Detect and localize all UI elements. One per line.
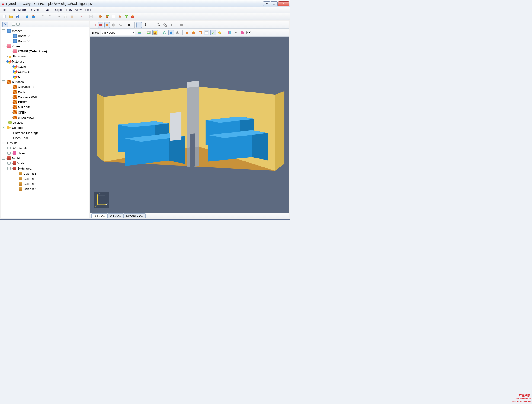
tree-results[interactable]: Results (7, 141, 17, 145)
tree-cab4[interactable]: Cabinet 4 (23, 187, 36, 191)
tree-statistics[interactable]: Statistics (17, 146, 29, 150)
tab-record-view[interactable]: Record View (123, 213, 145, 218)
tree-expand-icon[interactable]: − (2, 60, 5, 63)
maximize-button[interactable]: ▢ (271, 1, 278, 6)
tree-expand-icon[interactable]: − (2, 45, 5, 47)
tree-cab3[interactable]: Cabinet 3 (23, 182, 36, 186)
show-obst2-icon[interactable] (191, 30, 196, 35)
select-icon[interactable] (127, 22, 132, 28)
materials-icon[interactable] (111, 14, 116, 19)
import-icon[interactable] (24, 14, 30, 19)
focus-icon[interactable] (169, 22, 174, 28)
tree-model[interactable]: Model (12, 157, 20, 160)
tree-surfaces[interactable]: Surfaces (12, 80, 24, 84)
tree-expand-icon[interactable]: − (2, 142, 5, 144)
walk-icon[interactable] (143, 22, 149, 28)
tree-walls[interactable]: Walls (17, 162, 25, 165)
show-ar-icon[interactable]: AR (246, 30, 251, 35)
menu-edit[interactable]: Edit (10, 8, 15, 12)
menu-model[interactable]: Model (18, 8, 26, 12)
run-fds-icon[interactable] (130, 14, 136, 19)
tree-switchgear[interactable]: Switchgear (17, 167, 32, 170)
paste-icon[interactable] (69, 14, 75, 19)
tree-entrance[interactable]: Entrance Blockage (13, 131, 39, 135)
copy-icon[interactable] (63, 14, 68, 19)
export-icon[interactable] (31, 14, 36, 19)
tree-expand-icon[interactable]: − (2, 126, 5, 129)
tab-3d-view[interactable]: 3D View (91, 213, 108, 218)
show-labels-icon[interactable] (239, 30, 245, 35)
group-icon[interactable] (117, 22, 123, 28)
mesh-icon[interactable] (98, 14, 103, 19)
tree-room3b[interactable]: Room 3B (18, 39, 30, 43)
tree-mirror[interactable]: MIRROR (18, 106, 30, 109)
zoom-box-icon[interactable] (162, 22, 168, 28)
open-icon[interactable] (8, 14, 14, 19)
tree-concrete-wall[interactable]: Concrete Wall (18, 95, 37, 99)
tree-expand-icon[interactable]: + (7, 152, 11, 155)
menu-help[interactable]: Help (85, 8, 91, 12)
tree-cab2[interactable]: Cabinet 2 (23, 177, 36, 180)
show-obst-icon[interactable] (184, 30, 190, 35)
solid-icon[interactable] (98, 22, 104, 28)
tree-open[interactable]: OPEN (18, 111, 26, 114)
pan-icon[interactable] (149, 22, 155, 28)
tree-cable[interactable]: Cable (18, 65, 26, 68)
menu-output[interactable]: Output (54, 8, 63, 12)
surfaces-icon[interactable] (117, 14, 123, 19)
collapse-all-icon[interactable]: − (12, 23, 15, 26)
tree-devices[interactable]: Devices (13, 121, 23, 124)
show-grid-icon[interactable] (204, 30, 209, 35)
tree-materials[interactable]: Materials (12, 60, 24, 63)
show-devices-icon[interactable] (217, 30, 222, 35)
bg-image-icon[interactable] (146, 30, 151, 35)
reset-view-icon[interactable] (178, 22, 184, 28)
menu-evac[interactable]: Evac (44, 8, 50, 12)
tree-expand-icon[interactable]: − (7, 167, 11, 170)
minimize-button[interactable]: ━ (263, 1, 270, 6)
tree-open-door[interactable]: Open Door (13, 136, 28, 140)
tree-expand-icon[interactable]: − (2, 80, 5, 83)
tree-expand-icon[interactable]: − (2, 29, 5, 32)
show-mesh-solid-icon[interactable] (168, 30, 174, 35)
tree-cab1[interactable]: Cabinet 1 (23, 172, 36, 175)
menu-file[interactable]: File (2, 8, 6, 12)
cut-icon[interactable]: ✂ (56, 14, 62, 19)
tree-steel[interactable]: STEEL (18, 75, 27, 79)
wireframe-icon[interactable] (91, 22, 97, 28)
show-mesh-icon[interactable] (162, 30, 168, 35)
tree-reactions[interactable]: Reactions (13, 55, 26, 58)
tree-expand-icon[interactable]: + (7, 162, 11, 165)
zoom-icon[interactable] (156, 22, 162, 28)
tab-2d-view[interactable]: 2D View (107, 213, 123, 218)
humans-icon[interactable] (152, 30, 158, 35)
tree-s-cable[interactable]: Cable (18, 90, 26, 94)
menu-devices[interactable]: Devices (30, 8, 40, 12)
tree-controls[interactable]: Controls (12, 126, 23, 129)
save-icon[interactable] (15, 14, 20, 19)
outline-icon[interactable] (111, 22, 117, 28)
menu-view[interactable]: View (75, 8, 82, 12)
new-icon[interactable] (2, 14, 7, 19)
tree-meshes[interactable]: Meshes (12, 29, 22, 33)
redo-icon[interactable] (47, 14, 52, 19)
tree-expand-icon[interactable]: + (7, 147, 11, 149)
filter-icon[interactable] (88, 14, 94, 19)
tree-slices[interactable]: Slices (17, 152, 26, 155)
show-stats-icon[interactable]: 1₂³ (233, 30, 238, 35)
tree-expand-icon[interactable]: − (2, 157, 5, 160)
orbit-icon[interactable] (136, 22, 142, 28)
tree-inert[interactable]: INERT (18, 101, 27, 104)
tree[interactable]: −···Meshes ···Room 3A ···Room 3B −···Zon… (1, 27, 89, 218)
close-button[interactable]: ✕ (278, 1, 289, 6)
axes-widget[interactable]: Z X (94, 192, 109, 208)
reactions-icon[interactable] (123, 14, 129, 19)
textured-icon[interactable] (104, 22, 110, 28)
tree-view-icon[interactable] (2, 22, 8, 27)
undo-icon[interactable] (40, 14, 46, 19)
show-slices-icon[interactable] (226, 30, 232, 35)
tree-adiabatic[interactable]: ADIABATIC (18, 85, 34, 89)
tree-room3a[interactable]: Room 3A (18, 34, 30, 38)
expand-all-icon[interactable]: + (16, 23, 20, 26)
floor-define-icon[interactable] (136, 30, 142, 35)
